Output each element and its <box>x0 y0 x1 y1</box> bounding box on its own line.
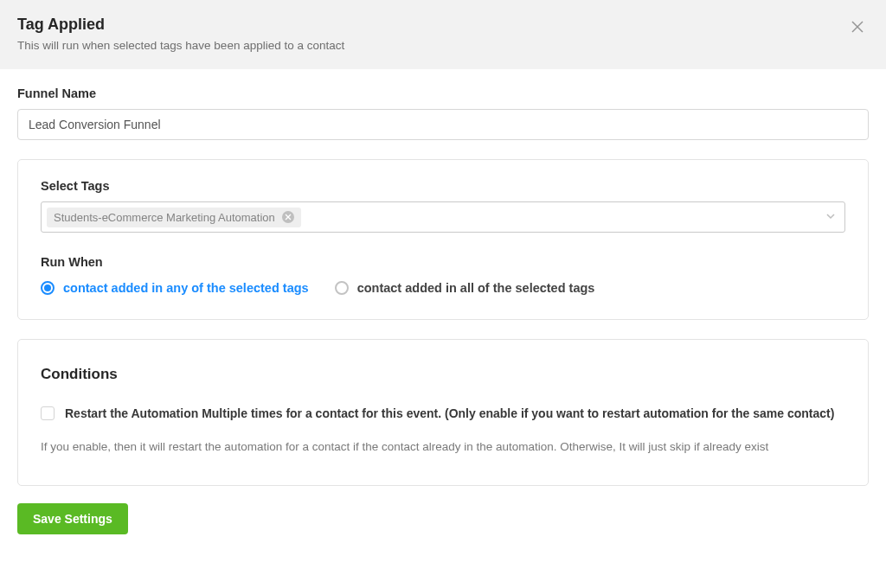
restart-checkbox-row: Restart the Automation Multiple times fo… <box>41 406 845 423</box>
close-icon <box>285 214 292 220</box>
page-title: Tag Applied <box>17 16 869 34</box>
funnel-name-input[interactable] <box>17 109 869 140</box>
tags-multiselect[interactable]: Students-eCommerce Marketing Automation <box>41 201 845 233</box>
conditions-card: Conditions Restart the Automation Multip… <box>17 339 869 486</box>
tag-chip: Students-eCommerce Marketing Automation <box>47 208 301 227</box>
radio-option-any[interactable]: contact added in any of the selected tag… <box>41 281 309 295</box>
tags-card: Select Tags Students-eCommerce Marketing… <box>17 159 869 320</box>
conditions-help-text: If you enable, then it will restart the … <box>41 438 845 456</box>
footer: Save Settings <box>0 503 886 552</box>
run-when-section: Run When contact added in any of the sel… <box>41 255 845 295</box>
restart-checkbox-label: Restart the Automation Multiple times fo… <box>65 406 834 423</box>
run-when-label: Run When <box>41 255 845 269</box>
run-when-radio-group: contact added in any of the selected tag… <box>41 281 845 295</box>
radio-circle-icon <box>335 281 349 295</box>
radio-option-all[interactable]: contact added in all of the selected tag… <box>335 281 595 295</box>
modal-header: Tag Applied This will run when selected … <box>0 0 886 69</box>
radio-label-all: contact added in all of the selected tag… <box>357 281 595 295</box>
page-subtitle: This will run when selected tags have be… <box>17 39 869 52</box>
conditions-title: Conditions <box>41 366 845 383</box>
funnel-name-label: Funnel Name <box>17 86 869 100</box>
tag-chip-remove[interactable] <box>282 211 294 223</box>
save-settings-button[interactable]: Save Settings <box>17 503 128 534</box>
funnel-name-section: Funnel Name <box>17 86 869 140</box>
radio-label-any: contact added in any of the selected tag… <box>63 281 309 295</box>
chevron-down-icon <box>825 209 836 225</box>
tag-chip-label: Students-eCommerce Marketing Automation <box>54 211 275 224</box>
restart-checkbox[interactable] <box>41 406 55 420</box>
close-icon <box>851 21 864 33</box>
radio-circle-icon <box>41 281 55 295</box>
close-button[interactable] <box>851 21 865 35</box>
select-tags-label: Select Tags <box>41 179 845 193</box>
